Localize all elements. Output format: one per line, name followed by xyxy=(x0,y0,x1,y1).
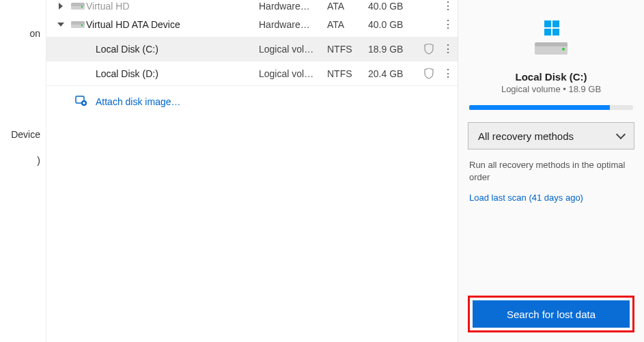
volume-icon xyxy=(70,44,96,55)
panel-subtitle: Logical volume • 18.9 GB xyxy=(468,84,634,94)
device-row[interactable]: Virtual HD ATA DeviceHardware…ATA40.0 GB… xyxy=(46,12,458,37)
volume-graphic xyxy=(468,16,634,60)
shield-icon xyxy=(419,44,438,55)
svg-point-2 xyxy=(81,5,83,8)
svg-rect-19 xyxy=(544,29,551,35)
attach-label: Attach disk image… xyxy=(96,96,181,107)
svg-rect-20 xyxy=(552,29,559,35)
svg-rect-4 xyxy=(71,21,85,25)
row-name: Virtual HD xyxy=(86,1,259,12)
hdd-icon xyxy=(70,20,86,29)
row-filesystem: ATA xyxy=(327,1,368,12)
row-filesystem: ATA xyxy=(327,19,368,30)
left-sidebar: on Device ) xyxy=(0,0,46,342)
row-size: 40.0 GB xyxy=(368,1,419,12)
cta-highlight: Search for lost data xyxy=(468,296,634,332)
recovery-method-dropdown[interactable]: All recovery methods xyxy=(468,122,634,149)
row-name: Local Disk (D:) xyxy=(96,68,259,79)
dropdown-label: All recovery methods xyxy=(478,130,574,142)
sidebar-item-fragment-1[interactable]: on xyxy=(0,20,46,46)
row-type: Hardware… xyxy=(259,19,327,30)
usage-bar xyxy=(469,105,633,110)
svg-rect-21 xyxy=(544,20,551,27)
expand-right-icon[interactable] xyxy=(59,3,63,10)
row-size: 18.9 GB xyxy=(368,44,419,55)
panel-title: Local Disk (C:) xyxy=(468,71,634,83)
disk-list-pane: Virtual HDHardware…ATA40.0 GB⋮Virtual HD… xyxy=(46,0,458,342)
search-for-lost-data-button[interactable]: Search for lost data xyxy=(473,300,630,328)
load-last-scan-link[interactable]: Load last scan (41 days ago) xyxy=(469,193,633,203)
svg-rect-1 xyxy=(71,3,85,6)
details-panel: Local Disk (C:) Logical volume • 18.9 GB… xyxy=(458,0,644,342)
row-name: Local Disk (C:) xyxy=(96,44,259,55)
row-name: Virtual HD ATA Device xyxy=(86,19,259,30)
svg-rect-17 xyxy=(535,42,568,46)
volume-icon xyxy=(70,68,96,79)
sidebar-item-fragment-3[interactable]: ) xyxy=(0,147,46,173)
row-type: Logical vol… xyxy=(259,44,327,55)
chevron-down-icon xyxy=(616,130,626,139)
row-type: Logical vol… xyxy=(259,68,327,79)
row-filesystem: NTFS xyxy=(327,44,368,55)
volume-row[interactable]: Local Disk (C:)Logical vol…NTFS18.9 GB⋮ xyxy=(46,37,458,61)
svg-rect-22 xyxy=(552,20,559,27)
sidebar-item-fragment-2[interactable]: Device xyxy=(0,122,46,147)
row-size: 40.0 GB xyxy=(368,19,419,30)
attach-disk-image-link[interactable]: Attach disk image… xyxy=(75,94,458,109)
expand-down-icon[interactable] xyxy=(57,23,64,27)
row-size: 20.4 GB xyxy=(368,68,419,79)
row-filesystem: NTFS xyxy=(327,68,368,79)
svg-point-18 xyxy=(562,48,565,51)
helper-text: Run all recovery methods in the optimal … xyxy=(469,159,633,183)
shield-icon xyxy=(419,68,438,79)
attach-icon xyxy=(75,94,87,109)
row-type: Hardware… xyxy=(259,1,327,12)
svg-point-5 xyxy=(81,24,83,26)
volume-row[interactable]: Local Disk (D:)Logical vol…NTFS20.4 GB⋮ xyxy=(46,61,458,86)
hdd-icon xyxy=(70,1,86,11)
device-row[interactable]: Virtual HDHardware…ATA40.0 GB⋮ xyxy=(46,0,458,12)
